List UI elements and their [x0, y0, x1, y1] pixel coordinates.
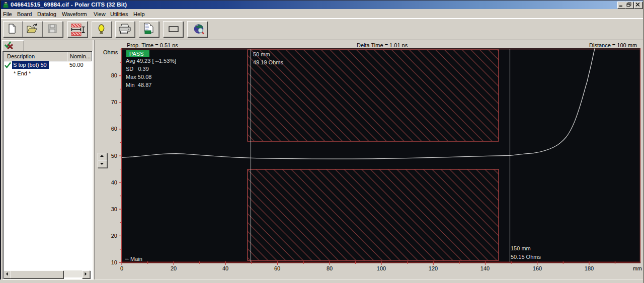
svg-text:150 mm: 150 mm	[511, 245, 531, 251]
svg-text:Max 50.08: Max 50.08	[126, 74, 151, 80]
svg-text:Min 48.87: Min 48.87	[126, 82, 151, 88]
svg-text:50 mm: 50 mm	[253, 51, 270, 57]
svg-text:Main: Main	[130, 256, 142, 262]
svg-text:SD 0.39: SD 0.39	[126, 66, 149, 72]
svg-text:49.19 Ohms: 49.19 Ohms	[253, 59, 283, 65]
svg-text:50.15 Ohms: 50.15 Ohms	[511, 254, 541, 260]
svg-text:PASS: PASS	[129, 51, 144, 57]
svg-text:Avg 49.23 [ --1.53%]: Avg 49.23 [ --1.53%]	[126, 58, 176, 64]
